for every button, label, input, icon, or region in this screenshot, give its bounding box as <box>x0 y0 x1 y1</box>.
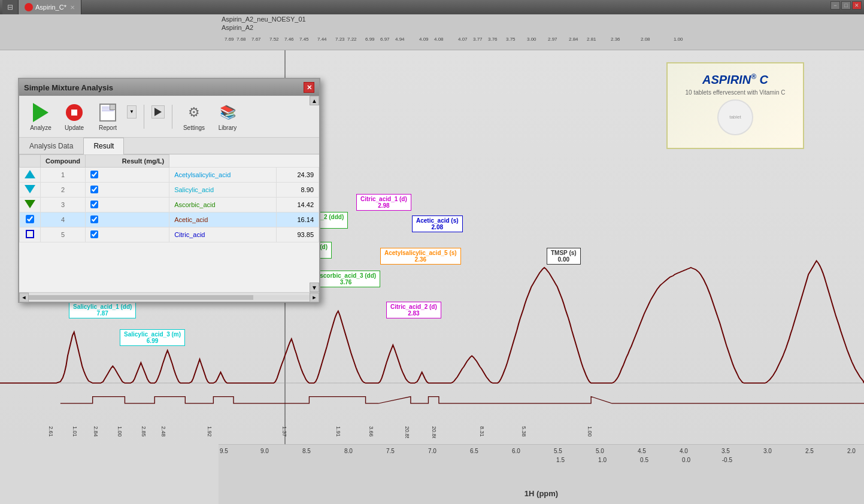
library-label: Library <box>219 125 237 131</box>
compound-name-4[interactable]: Acetic_acid <box>169 212 276 227</box>
row-checkbox-4[interactable] <box>86 212 169 227</box>
h-scrollbar-thumb[interactable] <box>29 295 253 300</box>
tick-9-0: 9.0 <box>260 448 269 454</box>
row-indicator-1 <box>20 168 41 183</box>
compound-value-5: 93.85 <box>276 227 319 242</box>
row-cell-num-3: 3 <box>41 198 86 212</box>
scroll-left-btn[interactable]: ◄ <box>19 293 29 302</box>
table-row: 1 Acetylsalicylic_acid 24.39 <box>20 168 319 183</box>
analyze-button[interactable]: Analyze <box>26 101 55 132</box>
row-indicator-5 <box>20 227 41 242</box>
checkbox-3[interactable] <box>90 201 98 208</box>
col-compound: Compound <box>41 155 86 168</box>
play-icon <box>33 103 48 122</box>
h-scrollbar[interactable]: ◄ ► <box>19 292 319 302</box>
row-cell-num-4: 4 <box>41 212 86 227</box>
gear-icon: ⚙ <box>188 105 200 120</box>
tick-8-5: 8.5 <box>302 448 311 454</box>
integration-values: 2.61 1.01 2.84 1.00 2.85 2.48 1.92 1.37 … <box>0 414 864 438</box>
square-outline-icon <box>26 230 34 238</box>
separator-1 <box>144 105 144 129</box>
tick-5-5: 5.5 <box>554 448 562 454</box>
scroll-right-btn[interactable]: ► <box>310 293 319 302</box>
x-axis: 9.5 9.0 8.5 8.0 7.5 7.0 6.5 6.0 5.5 5.0 … <box>219 444 864 504</box>
compound-value-2: 8.90 <box>276 183 319 198</box>
tick-6-0: 6.0 <box>512 448 520 454</box>
tick-9-5: 9.5 <box>220 448 228 454</box>
row-checkbox-1[interactable] <box>86 168 169 183</box>
row-checkbox-5[interactable] <box>86 227 169 242</box>
analyze-label: Analyze <box>30 125 51 131</box>
stop-icon <box>66 104 83 121</box>
settings-button[interactable]: ⚙ Settings <box>180 101 208 132</box>
row-indicator-4 <box>20 212 41 227</box>
tick-8-0: 8.0 <box>344 448 353 454</box>
compound-name-2[interactable]: Salicylic_acid <box>169 183 276 198</box>
report-button[interactable]: Report <box>93 101 122 132</box>
col-icon <box>20 155 41 168</box>
play-small-btn[interactable] <box>151 105 165 119</box>
tabs-container: ⊟ Aspirin_C* ✕ <box>2 0 81 14</box>
h-scrollbar-track[interactable] <box>29 295 310 300</box>
row-cell-num-1: 1 <box>41 168 86 183</box>
close-btn[interactable]: ✕ <box>852 1 862 10</box>
compound-name-3[interactable]: Ascorbic_acid <box>169 198 276 212</box>
library-icon: 📚 <box>217 102 238 123</box>
compound-name-1[interactable]: Acetylsalicylic_acid <box>169 168 276 183</box>
row-checkbox-2[interactable] <box>86 183 169 198</box>
spectrum-label-1: Aspirin_A2_neu_NOESY_01 <box>222 16 306 23</box>
checkbox-1[interactable] <box>90 171 98 178</box>
dialog-close-btn[interactable]: ✕ <box>304 82 314 93</box>
report-dropdown: ▼ <box>127 105 137 119</box>
tick-4-5: 4.5 <box>638 448 646 454</box>
scroll-down-btn[interactable]: ▼ <box>310 283 319 292</box>
library-button[interactable]: 📚 Library <box>213 101 242 132</box>
tab-close-btn[interactable]: ✕ <box>70 4 75 11</box>
scroll-up-btn[interactable]: ▲ <box>310 96 319 105</box>
tick-1-0: 1.0 <box>598 457 607 463</box>
compound-value-4: 16.14 <box>276 212 319 227</box>
dialog-toolbar: Analyze Update <box>19 96 319 138</box>
checkbox-5[interactable] <box>90 230 98 238</box>
analyze-icon <box>30 102 51 123</box>
table-row: 3 Ascorbic_acid 14.42 <box>20 198 319 212</box>
tick-2-5: 2.5 <box>805 448 814 454</box>
separator-2 <box>172 105 172 129</box>
stop-inner <box>71 110 77 116</box>
compound-value-1: 24.39 <box>276 168 319 183</box>
tab-icon[interactable]: ⊟ <box>2 0 19 14</box>
ruler-area: Aspirin_A2_neu_NOESY_01 Aspirin_A2 7.69 … <box>0 14 864 50</box>
title-bar: ⊟ Aspirin_C* ✕ − □ ✕ <box>0 0 864 14</box>
tick-7-0: 7.0 <box>428 448 436 454</box>
dialog-tabs: Analysis Data Result <box>19 138 319 154</box>
tick-4-0: 4.0 <box>680 448 688 454</box>
compound-table: Compound Result (mg/L) <box>19 154 319 242</box>
settings-icon: ⚙ <box>183 102 205 123</box>
checkbox-indicator-4[interactable] <box>26 215 34 223</box>
checkbox-4[interactable] <box>90 215 98 223</box>
tab-label: Aspirin_C* <box>35 4 66 11</box>
tick-0-0: 0.0 <box>682 457 690 463</box>
row-checkbox-3[interactable] <box>86 198 169 212</box>
spectrum-label-2: Aspirin_A2 <box>222 24 253 31</box>
scroll-area[interactable]: Compound Result (mg/L) <box>19 154 319 292</box>
x-axis-label: 1H (ppm) <box>525 489 558 498</box>
update-icon <box>63 102 85 123</box>
dropdown-arrow-btn[interactable]: ▼ <box>127 105 137 119</box>
tick-0-5: 0.5 <box>640 457 648 463</box>
maximize-btn[interactable]: □ <box>841 1 851 10</box>
tab-analysis-data[interactable]: Analysis Data <box>19 138 83 154</box>
tick-neg-0-5: -0.5 <box>722 457 732 463</box>
tab-aspirin[interactable]: Aspirin_C* ✕ <box>19 0 81 14</box>
checkbox-2[interactable] <box>90 186 98 193</box>
tri-down-green-icon <box>25 200 35 208</box>
update-button[interactable]: Update <box>60 101 89 132</box>
tab-result[interactable]: Result <box>83 138 124 154</box>
compound-name-5[interactable]: Citric_acid <box>169 227 276 242</box>
x-more-ticks: 1.5 1.0 0.5 0.0 -0.5 <box>219 457 864 475</box>
tri-up-icon <box>25 170 35 178</box>
minimize-btn[interactable]: − <box>830 1 840 10</box>
window-controls: − □ ✕ <box>830 1 862 10</box>
table-row: 4 Acetic_acid 16.14 <box>20 212 319 227</box>
tri-down-icon <box>25 185 35 193</box>
